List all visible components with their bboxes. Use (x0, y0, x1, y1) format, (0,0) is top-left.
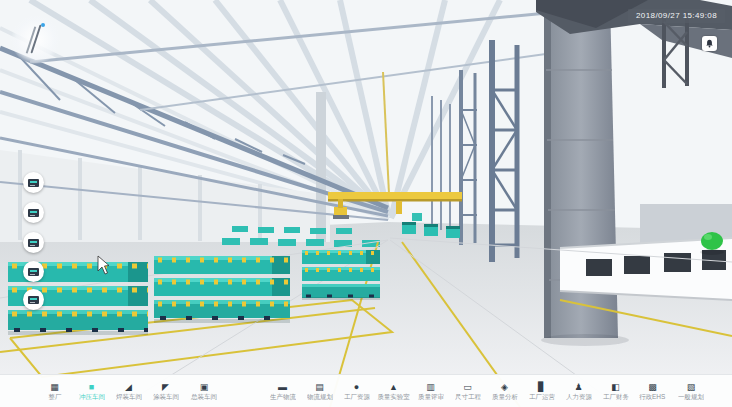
nav-item-logistics-planning[interactable]: ▤物流规划 (301, 382, 338, 401)
app-window: 2018/09/27 15:49:08 ▦整厂■冲压车间◢焊装车间◤涂装车间▣总… (0, 0, 732, 407)
left-corner-column (316, 92, 326, 242)
panel-button-2[interactable] (23, 202, 44, 223)
compass-north-dot (41, 23, 45, 27)
nav-item-label: 质量分析 (492, 393, 518, 400)
dashboard-panel-icon (28, 239, 39, 247)
factory-finance-icon: ◧ (611, 382, 620, 392)
stamping-workshop-icon: ■ (89, 382, 94, 392)
navigation-compass[interactable] (11, 15, 60, 64)
nav-item-factory-operations[interactable]: ▊工厂运营 (523, 382, 560, 401)
nav-item-label: 焊装车间 (116, 393, 142, 400)
nav-item-label: 工厂财务 (603, 393, 629, 400)
nav-item-production-logistics[interactable]: ▬生产物流 (264, 382, 301, 401)
factory-3d-viewport[interactable] (0, 0, 732, 407)
nav-item-label: 整厂 (48, 393, 61, 400)
nav-item-label: 尺寸工程 (455, 393, 481, 400)
human-resources-icon: ♟ (574, 382, 582, 392)
nav-item-factory-resources[interactable]: ●工厂资源 (338, 382, 375, 401)
dashboard-panel-icon (28, 209, 39, 217)
nav-group-modules: ▬生产物流▤物流规划●工厂资源▲质量实验室▥质量评审▭尺寸工程◈质量分析▊工厂运… (264, 382, 711, 401)
nav-item-label: 冲压车间 (79, 393, 105, 400)
nav-item-label: 总装车间 (191, 393, 217, 400)
die-stack-cluster (302, 250, 380, 300)
panel-button-4[interactable] (23, 261, 44, 282)
nav-item-admin-ehs[interactable]: ▩行政EHS (634, 382, 671, 401)
nav-item-label: 一般规划 (678, 393, 704, 400)
bell-icon (705, 39, 714, 48)
dashboard-panel-icon (28, 296, 39, 304)
painting-workshop-icon: ◤ (162, 382, 169, 392)
nav-item-dimension-engineering[interactable]: ▭尺寸工程 (449, 382, 486, 401)
bottom-nav: ▦整厂■冲压车间◢焊装车间◤涂装车间▣总装车间 ▬生产物流▤物流规划●工厂资源▲… (0, 374, 732, 407)
die-stack-cluster (154, 256, 290, 323)
logistics-planning-icon: ▤ (315, 382, 324, 392)
nav-item-label: 行政EHS (639, 393, 665, 400)
nav-group-workshops: ▦整厂■冲压车间◢焊装车间◤涂装车间▣总装车间 (36, 382, 224, 401)
nav-item-label: 质量实验室 (377, 393, 409, 400)
nav-item-painting-workshop[interactable]: ◤涂装车间 (147, 382, 184, 401)
nav-item-general-planning[interactable]: ▧一般规划 (671, 382, 711, 401)
green-status-marker[interactable] (700, 232, 724, 255)
nav-item-assembly-workshop[interactable]: ▣总装车间 (184, 382, 224, 401)
factory-overview-icon: ▦ (50, 382, 59, 392)
nav-item-quality-analysis[interactable]: ◈质量分析 (486, 382, 523, 401)
nav-item-welding-workshop[interactable]: ◢焊装车间 (110, 382, 147, 401)
nav-item-label: 质量评审 (418, 393, 444, 400)
quality-review-icon: ▥ (426, 382, 435, 392)
nav-item-label: 物流规划 (307, 393, 333, 400)
nav-item-quality-review[interactable]: ▥质量评审 (412, 382, 449, 401)
nav-item-label: 生产物流 (270, 393, 296, 400)
panel-button-5[interactable] (23, 289, 44, 310)
nav-item-human-resources[interactable]: ♟人力资源 (560, 382, 597, 401)
dimension-engineering-icon: ▭ (463, 382, 472, 392)
assembly-workshop-icon: ▣ (200, 382, 209, 392)
dashboard-panel-icon (28, 179, 39, 187)
nav-item-quality-lab[interactable]: ▲质量实验室 (375, 382, 412, 401)
nav-item-stamping-workshop[interactable]: ■冲压车间 (73, 382, 110, 401)
production-logistics-icon: ▬ (278, 382, 287, 392)
admin-ehs-icon: ▩ (648, 382, 657, 392)
nav-item-factory-overview[interactable]: ▦整厂 (36, 382, 73, 401)
quality-lab-icon: ▲ (389, 382, 398, 392)
nav-item-label: 工厂资源 (344, 393, 370, 400)
factory-resources-icon: ● (354, 382, 359, 392)
timestamp: 2018/09/27 15:49:08 (628, 9, 725, 23)
factory-operations-icon: ▊ (538, 382, 545, 392)
nav-item-label: 工厂运营 (529, 393, 555, 400)
welding-workshop-icon: ◢ (125, 382, 132, 392)
quality-analysis-icon: ◈ (501, 382, 508, 392)
general-planning-icon: ▧ (687, 382, 696, 392)
nav-item-factory-finance[interactable]: ◧工厂财务 (597, 382, 634, 401)
nav-item-label: 涂装车间 (153, 393, 179, 400)
panel-button-3[interactable] (23, 232, 44, 253)
nav-item-label: 人力资源 (566, 393, 592, 400)
notifications-button[interactable] (702, 36, 717, 51)
dashboard-panel-icon (28, 268, 39, 276)
panel-button-1[interactable] (23, 172, 44, 193)
